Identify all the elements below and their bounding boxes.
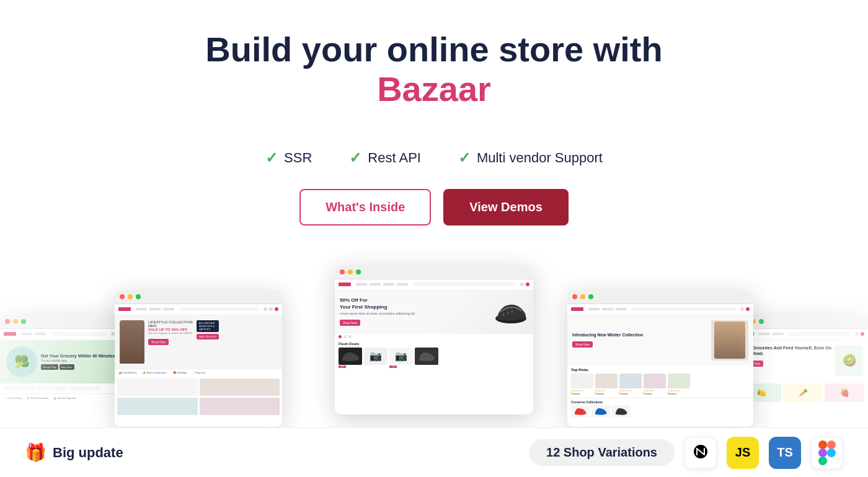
browser-bar-fl	[0, 315, 124, 329]
center-hero-title: 50% Off ForYour First Shopping	[340, 297, 494, 310]
screenshot-right: Introducing New Winter Collection Shop N…	[567, 291, 753, 427]
outdoor-title: Buy Groceries And Feed Yourself, Even On…	[743, 345, 832, 356]
screenshots-area: 🥦 Get Your Grocery Within 40 Minutes Try…	[0, 250, 868, 414]
svg-point-10	[827, 449, 836, 457]
bottom-left: 🎁 Big update	[25, 442, 123, 463]
browser-bar-l	[115, 291, 282, 304]
fashion-sale: SALE UP TO 30% OFF	[148, 328, 193, 331]
winter-btn: Shop Now	[572, 341, 593, 348]
svg-point-1	[502, 313, 505, 316]
hero-title-line1: Build your online store with	[205, 30, 662, 69]
feature-ssr: ✓ SSR	[265, 149, 312, 167]
nextjs-badge	[684, 437, 717, 469]
svg-rect-7	[827, 440, 836, 449]
screenshot-far-right: 🥝 Buy Groceries And Feed Yourself, Even …	[738, 315, 868, 439]
figma-badge	[811, 437, 843, 469]
browser-bar-c	[335, 266, 533, 279]
ts-label: TS	[777, 445, 793, 460]
feature-label-ssr: SSR	[284, 150, 312, 166]
whats-inside-button[interactable]: What's Inside	[299, 189, 431, 225]
feature-api: ✓ Rest API	[349, 149, 421, 167]
feature-label-api: Rest API	[368, 150, 421, 166]
gift-icon: 🎁	[25, 442, 46, 463]
app-store-btn: App Store	[60, 364, 74, 370]
svg-point-3	[511, 310, 513, 313]
fashion-collection: LIFESTYLE COLLECTION	[148, 320, 193, 324]
js-label: JS	[735, 445, 750, 460]
check-icon-ssr: ✓	[265, 149, 278, 167]
screenshot-far-left: 🥦 Get Your Grocery Within 40 Minutes Try…	[0, 315, 124, 439]
bottom-right: 12 Shop Variations JS TS	[529, 437, 843, 469]
google-play-btn: Google Play	[41, 364, 58, 370]
screenshot-center: 50% Off ForYour First Shopping Lorem ips…	[335, 266, 533, 414]
center-shop-btn: Shop Now	[340, 320, 360, 326]
top-picks-title: Top Picks	[571, 368, 750, 372]
hero-title: Build your online store with Bazaar	[0, 30, 868, 110]
grocery-sub: Try our mobile app	[41, 359, 115, 362]
check-icon-api: ✓	[349, 149, 361, 167]
check-icon-vendor: ✓	[458, 149, 471, 167]
browser-bar-fr	[738, 315, 868, 329]
grocery-title: Get Your Grocery Within 40 Minutes	[41, 353, 115, 359]
view-demos-button[interactable]: View Demos	[443, 189, 568, 225]
hero-section: Build your online store with Bazaar	[0, 0, 868, 129]
js-badge: JS	[727, 437, 759, 469]
center-hero-desc: Lorem ipsum dolor sit amet, consectetur …	[340, 312, 494, 315]
svg-rect-8	[818, 449, 827, 457]
big-update-label: Big update	[53, 445, 123, 461]
screenshot-left: LIFESTYLE COLLECTION MEN SALE UP TO 30% …	[115, 291, 282, 427]
flash-deals-label: Flash Deals	[339, 342, 529, 346]
feature-vendor: ✓ Multi vendor Support	[458, 149, 603, 167]
buttons-row: What's Inside View Demos	[0, 189, 868, 225]
hero-brand: Bazaar	[377, 69, 491, 108]
svg-rect-6	[818, 440, 827, 449]
nextjs-logo	[688, 444, 713, 462]
winter-title: Introducing New Winter Collection	[572, 333, 707, 337]
svg-point-2	[507, 312, 509, 314]
features-row: ✓ SSR ✓ Rest API ✓ Multi vendor Support	[0, 149, 868, 167]
fashion-desc: Get free shipping on orders over $99.00	[148, 331, 193, 335]
feature-label-vendor: Multi vendor Support	[477, 150, 603, 166]
browser-bar-r	[567, 291, 753, 304]
bottom-bar: 🎁 Big update 12 Shop Variations JS TS	[0, 427, 868, 477]
svg-rect-9	[818, 457, 827, 465]
variations-badge: 12 Shop Variations	[529, 439, 675, 466]
ts-badge: TS	[769, 437, 801, 469]
converse-label: Converse Collections	[571, 400, 750, 404]
fashion-shop-btn: Shop Now	[148, 339, 169, 345]
